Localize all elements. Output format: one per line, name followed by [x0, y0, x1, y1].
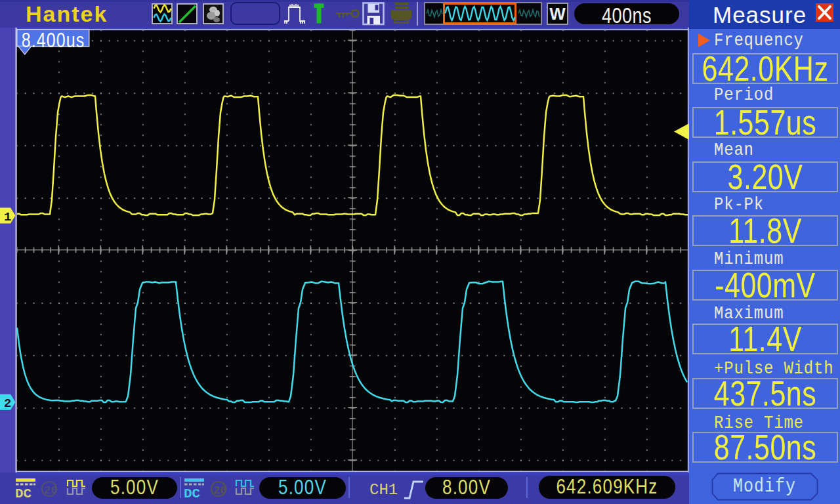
svg-text:DC: DC — [15, 486, 32, 501]
svg-text:1: 1 — [4, 210, 11, 224]
svg-text:DC: DC — [184, 486, 201, 501]
svg-text:2: 2 — [4, 396, 11, 411]
svg-text:20: 20 — [44, 484, 57, 497]
svg-text:20: 20 — [213, 484, 226, 497]
